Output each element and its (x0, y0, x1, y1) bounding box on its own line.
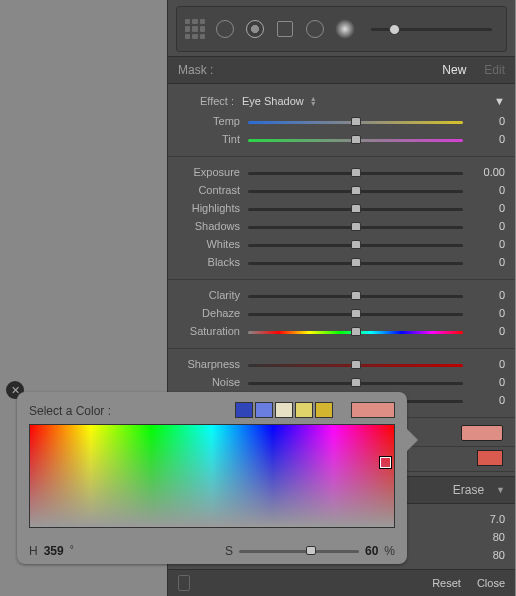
noise-slider[interactable] (248, 382, 463, 385)
degree-icon: ° (70, 544, 74, 555)
mask-edit-button[interactable]: Edit (484, 63, 505, 77)
effect-block: Effect : Eye Shadow ▲▼ ▼ Temp0 Tint0 (168, 84, 515, 157)
presence-block: Clarity0 Dehaze0 Saturation0 (168, 280, 515, 349)
tint-slider[interactable] (248, 139, 463, 142)
secondary-color-swatch[interactable] (477, 450, 503, 466)
blacks-slider[interactable] (248, 262, 463, 265)
preset-swatch[interactable] (315, 402, 333, 418)
contrast-slider[interactable] (248, 190, 463, 193)
color-picker-handle[interactable] (380, 457, 391, 468)
highlights-slider[interactable] (248, 208, 463, 211)
sharpness-slider[interactable] (248, 364, 463, 367)
preset-swatch[interactable] (275, 402, 293, 418)
panel-footer: Reset Close (168, 569, 515, 596)
brush-tool-selected[interactable] (245, 19, 265, 39)
preset-row (235, 402, 395, 418)
whites-slider[interactable] (248, 244, 463, 247)
exposure-slider[interactable] (248, 172, 463, 175)
hue-value[interactable]: 359 (44, 544, 64, 558)
mask-tool-row (176, 6, 507, 52)
sat-slider[interactable] (239, 550, 359, 553)
edit-pins-tool[interactable] (185, 19, 205, 39)
disclosure-triangle-icon[interactable]: ▼ (496, 485, 505, 495)
tone-block: Exposure0.00 Contrast0 Highlights0 Shado… (168, 157, 515, 280)
circle-tool[interactable] (305, 19, 325, 39)
preset-swatch[interactable] (255, 402, 273, 418)
erase-label[interactable]: Erase (453, 483, 484, 497)
radial-tool[interactable] (215, 19, 235, 39)
effect-label: Effect : (178, 95, 234, 107)
chevron-updown-icon: ▲▼ (310, 96, 317, 106)
preset-swatch[interactable] (295, 402, 313, 418)
temp-slider[interactable] (248, 121, 463, 124)
clarity-slider[interactable] (248, 295, 463, 298)
feather-icon (335, 19, 355, 39)
mask-header: Mask : New Edit (168, 56, 515, 84)
saturation-slider[interactable] (248, 331, 463, 334)
color-swatch[interactable] (461, 425, 503, 441)
mask-new-button[interactable]: New (442, 63, 466, 77)
color-field[interactable] (29, 424, 395, 528)
toggle-switch[interactable] (178, 575, 190, 591)
effect-dropdown[interactable]: Eye Shadow ▲▼ (242, 95, 463, 107)
sat-label: S (225, 544, 233, 558)
shadows-slider[interactable] (248, 226, 463, 229)
mask-label: Mask : (178, 63, 213, 77)
reset-button[interactable]: Reset (432, 577, 461, 589)
close-button[interactable]: Close (477, 577, 505, 589)
disclosure-triangle-icon[interactable]: ▼ (471, 95, 505, 107)
dehaze-slider[interactable] (248, 313, 463, 316)
current-color-swatch[interactable] (351, 402, 395, 418)
preset-swatch[interactable] (235, 402, 253, 418)
hue-label: H (29, 544, 38, 558)
feather-slider[interactable] (371, 28, 492, 31)
color-picker-popover: Select a Color : H 359 ° S 60 % (17, 392, 407, 564)
sat-value[interactable]: 60 (365, 544, 378, 558)
linear-tool[interactable] (275, 19, 295, 39)
popover-title: Select a Color : (29, 404, 111, 418)
percent-icon: % (384, 544, 395, 558)
